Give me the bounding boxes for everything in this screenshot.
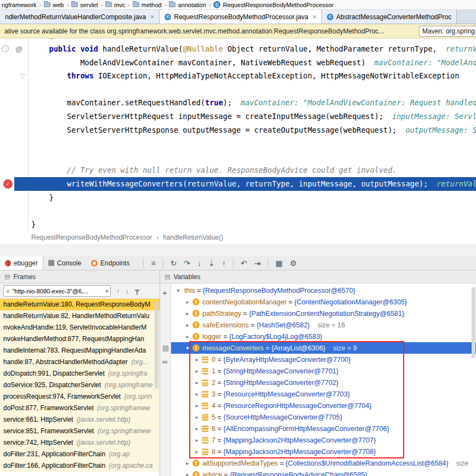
variable-row[interactable]: ▸7 = {MappingJackson2HttpMessageConverte… (171, 434, 476, 446)
variable-row[interactable]: ▸8 = {MappingJackson2HttpMessageConverte… (171, 446, 476, 457)
stack-frame-row[interactable]: handle:87, AbstractHandlerMethodAdapter … (0, 356, 160, 368)
close-tab-icon[interactable]: × (150, 13, 154, 21)
code-line[interactable]: mavContainer.setRequestHandled(true);mav… (67, 96, 476, 110)
editor-tab-1[interactable]: CRequestResponseBodyMethodProcessor.java… (160, 10, 322, 24)
code-line[interactable]: // Try even with null return value. Resp… (67, 163, 396, 177)
editor-breadcrumb-item-0[interactable]: RequestResponseBodyMethodProcessor (31, 234, 152, 241)
code-line[interactable]: ServletServerHttpResponse outputMessage … (67, 123, 476, 137)
code-lines[interactable]: @Overridepublic void handleReturnValue(@… (0, 38, 476, 230)
code-line[interactable]: } (49, 191, 54, 205)
variable-row[interactable]: ▸2 = {StringHttpMessageConverter@7702} (171, 377, 476, 388)
variable-row[interactable]: ▸1 = {StringHttpMessageConverter@7701} (171, 365, 476, 377)
variable-row[interactable]: ▸5 = {SourceHttpMessageConverter@7705} (171, 411, 476, 423)
breadcrumb-item-3[interactable]: mvc (105, 2, 125, 8)
step-out-icon[interactable]: ↑ (222, 259, 226, 267)
step-over-icon[interactable]: ↷ (184, 259, 190, 267)
frames-scrollbar[interactable] (155, 301, 158, 389)
editor-breadcrumb-item-1[interactable]: handleReturnValue() (163, 234, 223, 241)
chevron-right-icon[interactable]: ▸ (193, 368, 201, 374)
close-tab-icon[interactable]: × (313, 13, 316, 21)
thread-selector-dropdown[interactable]: ≡ "http-nio-8080-exec-3"@6,... ▾ (3, 285, 111, 297)
drop-frame-icon[interactable]: ↶ (241, 259, 247, 267)
stack-frame-row[interactable]: nvokeAndHandle:119, ServletInvocableHand… (0, 322, 160, 333)
variable-row[interactable]: ▸fadvice = {RequestResponseBodyAdviceCha… (171, 469, 476, 476)
filter-frames-icon[interactable] (134, 290, 140, 293)
chevron-right-icon[interactable]: ▸ (184, 322, 191, 328)
variable-row[interactable]: ▾this = {RequestResponseBodyMethodProces… (171, 285, 476, 296)
editor-tab-0[interactable]: ndlerMethodReturnValueHandlerComposite.j… (0, 10, 160, 24)
code-line[interactable]: throws IOException, HttpMediaTypeNotAcce… (67, 69, 459, 83)
variable-row[interactable]: ▸fsafeExtensions = {HashSet@6582}size = … (171, 319, 476, 331)
next-frame-icon[interactable]: ↓ (126, 287, 129, 295)
stack-frame-row[interactable]: doFilter:166, ApplicationFilterChain (or… (0, 460, 160, 472)
stack-frame-row[interactable]: service:742, HttpServlet (javax.servlet.… (0, 437, 160, 449)
breadcrumb-item-1[interactable]: web (44, 2, 64, 8)
variable-row[interactable]: ▸3 = {ResourceHttpMessageConverter@7703} (171, 388, 476, 400)
chevron-right-icon[interactable]: ▸ (184, 333, 191, 339)
code-line[interactable]: } (31, 218, 36, 230)
stack-frame-row[interactable]: handleReturnValue:82, HandlerMethodRetur… (0, 310, 160, 322)
tool-tab-console[interactable]: Console (43, 256, 86, 270)
add-watch-icon[interactable]: + (162, 288, 167, 297)
decompile-banner: ative source available for the class org… (0, 24, 476, 38)
chevron-right-icon[interactable]: ▸ (193, 379, 201, 386)
chevron-right-icon[interactable]: ▸ (184, 299, 191, 305)
breadcrumb-item-2[interactable]: servlet (71, 2, 98, 8)
chevron-right-icon[interactable]: ▸ (193, 437, 201, 443)
chevron-down-icon[interactable]: ▾ (184, 345, 191, 351)
variable-row[interactable]: ▸6 = {AllEncompassingFormHttpMessageConv… (171, 423, 476, 434)
code-line[interactable]: public void handleReturnValue(@Nullable … (49, 42, 476, 56)
settings-icon[interactable]: ⚙ (290, 259, 297, 267)
stack-frame-row[interactable]: doPost:877, FrameworkServlet (org.spring… (0, 403, 160, 414)
breadcrumb-item-6[interactable]: CRequestResponseBodyMethodProcessor (213, 1, 333, 8)
variable-row[interactable]: ▾fmessageConverters = {ArrayList@6306}si… (171, 342, 476, 354)
variable-row[interactable]: ▸0 = {ByteArrayHttpMessageConverter@7700… (171, 354, 476, 365)
show-execution-point-icon[interactable]: ↻ (171, 259, 177, 267)
code-line[interactable]: ModelAndViewContainer mavContainer, Nati… (80, 56, 476, 70)
variable-row[interactable]: ▸fallSupportedMediaTypes = {Collections$… (171, 457, 476, 469)
copy-icon[interactable]: ▤ (162, 344, 169, 352)
tool-tab-endpoints[interactable]: Endpoints (86, 256, 134, 270)
stack-frame-row[interactable]: processRequest:974, FrameworkServlet (or… (0, 391, 160, 403)
stack-frame-row[interactable]: doFilter:231, ApplicationFilterChain (or… (0, 449, 160, 460)
stack-frame-row[interactable]: service:851, FrameworkServlet (org.sprin… (0, 426, 160, 437)
code-line[interactable]: ServletServerHttpRequest inputMessage = … (67, 110, 476, 123)
stack-frame-row[interactable]: service:661, HttpServlet (javax.servlet.… (0, 414, 160, 426)
chevron-right-icon[interactable]: ▸ (193, 356, 201, 362)
breadcrumb-item-4[interactable]: method (133, 2, 162, 8)
run-to-cursor-icon[interactable]: ⇥ (254, 259, 261, 267)
code-editor[interactable]: ↑ @ ▽ ✓ @Overridepublic void handleRetur… (0, 38, 476, 230)
breadcrumb-item-5[interactable]: annotation (169, 2, 206, 8)
show-watches-icon[interactable]: ∞ (162, 358, 167, 366)
stack-frame-row[interactable]: doService:925, DispatcherServlet (org.sp… (0, 379, 160, 391)
variables-scrollbar[interactable] (472, 287, 475, 358)
variable-row[interactable]: ▸fcontentNegotiationManager = {ContentNe… (171, 296, 476, 308)
variable-row[interactable]: ▸4 = {ResourceRegionHttpMessageConverter… (171, 400, 476, 411)
chevron-right-icon[interactable]: ▸ (184, 460, 191, 466)
chevron-right-icon[interactable]: ▸ (184, 310, 191, 316)
chevron-right-icon[interactable]: ▸ (193, 403, 201, 409)
chevron-down-icon[interactable]: ▾ (174, 287, 182, 293)
code-line[interactable]: writeWithMessageConverters(returnValue, … (67, 177, 476, 191)
breadcrumb-item-0[interactable]: ngframework (2, 2, 37, 8)
stack-frame-row[interactable]: doDispatch:991, DispatcherServlet (org.s… (0, 368, 160, 379)
chevron-right-icon[interactable]: ▸ (193, 391, 201, 397)
force-step-into-icon[interactable]: ⇣ (208, 259, 215, 267)
stack-frame-row[interactable]: handleReturnValue:180, RequestResponseBo… (0, 299, 160, 310)
chevron-right-icon[interactable]: ▸ (184, 472, 191, 476)
chevron-right-icon[interactable]: ▸ (193, 426, 201, 432)
chevron-right-icon[interactable]: ▸ (193, 414, 201, 420)
variable-row[interactable]: ▸fpathStrategy = {PathExtensionContentNe… (171, 308, 476, 319)
chevron-right-icon[interactable]: ▸ (193, 449, 201, 455)
view-as-table-icon[interactable]: ▦ (275, 259, 282, 267)
menu-icon[interactable]: ≡ (151, 259, 155, 267)
variable-row[interactable]: ▸flogger = {LogFactory$Log4jLog@6583} (171, 331, 476, 342)
editor-tab-2[interactable]: CAbstractMessageConverterMethodProc (322, 10, 457, 24)
previous-frame-icon[interactable]: ↑ (116, 287, 120, 295)
variable-value: {MappingJackson2HttpMessageConverter@770… (223, 437, 376, 444)
stack-frame-row[interactable]: handleInternal:783, RequestMappingHandle… (0, 345, 160, 356)
source-selector-dropdown[interactable]: Maven: org.spring (419, 26, 476, 37)
stack-frame-row[interactable]: nvokeHandlerMethod:877, RequestMappingHa… (0, 333, 160, 345)
tool-tab-ebugger[interactable]: ebugger (0, 256, 43, 270)
step-into-icon[interactable]: ↓ (197, 259, 201, 267)
